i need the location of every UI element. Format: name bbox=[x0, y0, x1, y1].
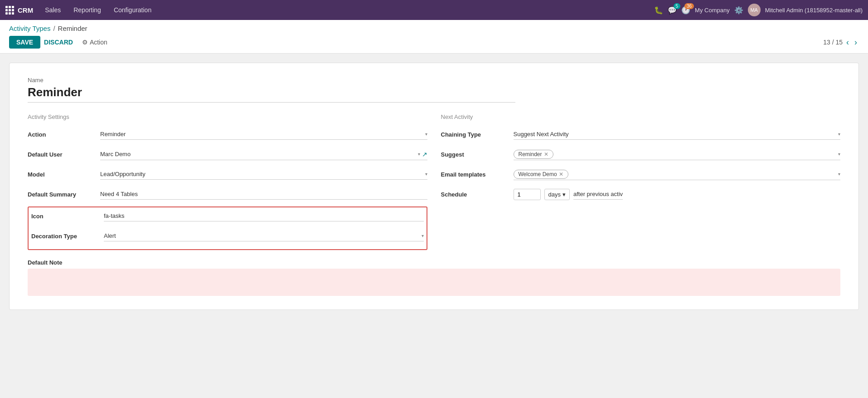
chaining-type-value: Suggest Next Activity bbox=[514, 131, 569, 138]
chat-badge: 5 bbox=[674, 3, 681, 9]
schedule-number-input[interactable] bbox=[514, 189, 541, 200]
action-field-row: Action Reminder ▾ bbox=[28, 127, 427, 142]
bug-icon-btn[interactable]: 🐛 bbox=[654, 6, 663, 15]
default-user-value: Marc Demo bbox=[100, 151, 131, 157]
decoration-type-select[interactable]: Alert ▾ bbox=[104, 231, 424, 241]
schedule-unit-select[interactable]: days ▾ bbox=[544, 189, 570, 200]
next-activity-title: Next Activity bbox=[441, 113, 841, 120]
decoration-dropdown-arrow: ▾ bbox=[422, 233, 424, 238]
default-summary-label: Default Summary bbox=[28, 191, 100, 198]
schedule-field-row: Schedule days ▾ after previous activ bbox=[441, 187, 841, 202]
menu-reporting[interactable]: Reporting bbox=[67, 0, 107, 20]
external-link-icon[interactable]: ↗ bbox=[422, 151, 427, 158]
save-button[interactable]: SAVE bbox=[9, 36, 40, 49]
email-template-tag-label: Welcome Demo bbox=[519, 171, 557, 177]
settings-icon-btn[interactable]: ⚙️ bbox=[734, 6, 743, 15]
user-dropdown-arrow: ▾ bbox=[418, 152, 420, 157]
decoration-type-label: Decoration Type bbox=[31, 233, 104, 240]
decoration-type-value: Alert bbox=[104, 232, 116, 239]
menu-configuration[interactable]: Configuration bbox=[107, 0, 158, 20]
form-card: Name Reminder Activity Settings Action R… bbox=[9, 63, 859, 310]
model-label: Model bbox=[28, 171, 100, 178]
schedule-label: Schedule bbox=[441, 191, 514, 198]
name-label: Name bbox=[28, 77, 840, 84]
toolbar: SAVE DISCARD ⚙ Action 13 / 15 ‹ › bbox=[9, 36, 859, 53]
company-name: My Company bbox=[695, 7, 730, 14]
suggest-tag: Reminder ✕ bbox=[514, 150, 553, 159]
chaining-type-label: Chaining Type bbox=[441, 131, 514, 138]
two-col-section: Activity Settings Action Reminder ▾ Defa… bbox=[28, 113, 840, 250]
breadcrumb-current: Reminder bbox=[58, 25, 87, 32]
pagination-area: 13 / 15 ‹ › bbox=[823, 37, 859, 48]
decoration-type-field-row: Decoration Type Alert ▾ bbox=[31, 228, 424, 244]
action-dropdown-arrow: ▾ bbox=[425, 132, 427, 137]
activity-settings-section: Activity Settings Action Reminder ▾ Defa… bbox=[28, 113, 427, 250]
page-header: Activity Types / Reminder SAVE DISCARD ⚙… bbox=[0, 20, 868, 54]
next-activity-section: Next Activity Chaining Type Suggest Next… bbox=[441, 113, 841, 250]
activity-settings-title: Activity Settings bbox=[28, 113, 427, 120]
chaining-type-select[interactable]: Suggest Next Activity ▾ bbox=[514, 129, 841, 140]
default-summary-value[interactable]: Need 4 Tables bbox=[100, 189, 427, 200]
schedule-unit-value: days bbox=[548, 191, 561, 198]
suggest-field-row: Suggest Reminder ✕ ▾ bbox=[441, 147, 841, 162]
chaining-dropdown-arrow: ▾ bbox=[838, 132, 840, 137]
menu-sales[interactable]: Sales bbox=[39, 0, 67, 20]
clock-badge: 36 bbox=[684, 3, 694, 9]
top-navigation: CRM Sales Reporting Configuration 🐛 💬 5 … bbox=[0, 0, 868, 20]
chaining-type-field-row: Chaining Type Suggest Next Activity ▾ bbox=[441, 127, 841, 142]
action-select[interactable]: Reminder ▾ bbox=[100, 129, 427, 140]
icon-decoration-section: Icon fa-tasks Decoration Type Alert ▾ bbox=[28, 206, 427, 250]
next-button[interactable]: › bbox=[853, 37, 859, 48]
breadcrumb-separator: / bbox=[53, 25, 55, 32]
default-user-select[interactable]: Marc Demo ▾ ↗ bbox=[100, 149, 427, 160]
model-select[interactable]: Lead/Opportunity ▾ bbox=[100, 169, 427, 180]
user-label: Mitchell Admin (18158952-master-all) bbox=[765, 7, 863, 14]
default-note-label: Default Note bbox=[28, 259, 840, 266]
icon-field-row: Icon fa-tasks bbox=[31, 208, 424, 224]
prev-button[interactable]: ‹ bbox=[844, 37, 851, 48]
model-dropdown-arrow: ▾ bbox=[425, 172, 427, 177]
action-value: Reminder bbox=[100, 131, 126, 138]
gear-icon: ⚙ bbox=[82, 39, 88, 46]
pagination-text: 13 / 15 bbox=[823, 39, 843, 46]
discard-button[interactable]: DISCARD bbox=[44, 39, 73, 46]
top-menu: Sales Reporting Configuration bbox=[39, 0, 158, 20]
action-label: Action bbox=[28, 131, 100, 138]
suggest-label: Suggest bbox=[441, 151, 514, 158]
email-template-dropdown-arrow: ▾ bbox=[838, 172, 840, 177]
schedule-after-text: after previous activ bbox=[573, 189, 623, 200]
email-templates-field: Welcome Demo ✕ ▾ bbox=[514, 169, 841, 180]
schedule-field: days ▾ after previous activ bbox=[514, 189, 841, 200]
model-value: Lead/Opportunity bbox=[100, 171, 145, 177]
default-note-area[interactable] bbox=[28, 269, 840, 296]
name-value[interactable]: Reminder bbox=[28, 85, 515, 103]
app-name: CRM bbox=[18, 6, 33, 14]
action-button[interactable]: ⚙ Action bbox=[82, 39, 107, 46]
suggest-field: Reminder ✕ ▾ bbox=[514, 149, 841, 160]
email-template-tag: Welcome Demo ✕ bbox=[514, 170, 568, 179]
app-switcher[interactable]: CRM bbox=[5, 6, 33, 15]
email-templates-label: Email templates bbox=[441, 171, 514, 178]
suggest-dropdown-arrow: ▾ bbox=[838, 152, 840, 157]
icon-label: Icon bbox=[31, 213, 104, 220]
default-note-section: Default Note bbox=[28, 259, 840, 296]
breadcrumb: Activity Types / Reminder bbox=[9, 25, 859, 32]
topnav-right: 🐛 💬 5 🕐 36 My Company ⚙️ MA Mitchell Adm… bbox=[654, 4, 863, 16]
email-templates-field-row: Email templates Welcome Demo ✕ ▾ bbox=[441, 167, 841, 182]
email-template-tag-remove[interactable]: ✕ bbox=[559, 171, 563, 177]
clock-icon-btn[interactable]: 🕐 36 bbox=[681, 6, 690, 15]
model-field-row: Model Lead/Opportunity ▾ bbox=[28, 167, 427, 182]
main-content: Name Reminder Activity Settings Action R… bbox=[0, 54, 868, 319]
default-user-field-row: Default User Marc Demo ▾ ↗ bbox=[28, 147, 427, 162]
grid-icon bbox=[5, 6, 14, 15]
breadcrumb-parent[interactable]: Activity Types bbox=[9, 25, 50, 32]
icon-value[interactable]: fa-tasks bbox=[104, 211, 424, 221]
suggest-tag-label: Reminder bbox=[519, 151, 542, 157]
default-user-label: Default User bbox=[28, 151, 100, 158]
suggest-tag-remove[interactable]: ✕ bbox=[544, 151, 548, 157]
avatar: MA bbox=[748, 4, 761, 16]
chat-icon-btn[interactable]: 💬 5 bbox=[668, 6, 677, 15]
schedule-unit-arrow: ▾ bbox=[563, 191, 566, 198]
default-summary-field-row: Default Summary Need 4 Tables bbox=[28, 187, 427, 202]
